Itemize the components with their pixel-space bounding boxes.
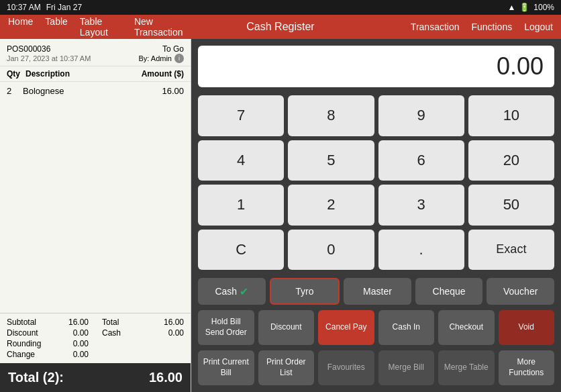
action-row-1: Hold Bill Send Order Discount Cancel Pay… bbox=[198, 310, 554, 345]
col-qty: Qty bbox=[7, 69, 20, 79]
numpad-2[interactable]: 2 bbox=[288, 185, 374, 226]
nav-table[interactable]: Table bbox=[45, 16, 67, 38]
status-bar: 10:37 AM Fri Jan 27 ▲ 🔋 100% bbox=[0, 0, 561, 15]
discount-button[interactable]: Discount bbox=[258, 310, 315, 345]
status-time: 10:37 AM bbox=[7, 3, 41, 12]
numpad-decimal[interactable]: . bbox=[378, 230, 464, 271]
receipt-header: POS000036 To Go Jan 27, 2023 at 10:37 AM… bbox=[0, 39, 191, 66]
col-desc: Description bbox=[26, 69, 142, 79]
item-desc: Bolognese bbox=[23, 86, 64, 96]
receipt-totals: Subtotal 16.00 Total 16.00 Discount 0.00… bbox=[0, 313, 191, 363]
numpad-clear[interactable]: C bbox=[198, 230, 284, 271]
payment-master[interactable]: Master bbox=[344, 278, 411, 305]
amount-display: 0.00 bbox=[198, 46, 554, 87]
main-content: POS000036 To Go Jan 27, 2023 at 10:37 AM… bbox=[0, 39, 561, 392]
nav-left: Home Table Table Layout New Transaction bbox=[8, 16, 190, 38]
numpad-4[interactable]: 4 bbox=[198, 140, 284, 181]
hold-bill-button[interactable]: Hold Bill Send Order bbox=[198, 310, 254, 345]
wifi-icon: ▲ bbox=[507, 3, 515, 12]
action-row-2: Print Current Bill Print Order List Favo… bbox=[198, 350, 554, 385]
receipt-grand-total: Total (2): 16.00 bbox=[0, 363, 191, 392]
payment-methods: Cash ✔ Tyro Master Cheque Voucher bbox=[198, 278, 554, 305]
payment-voucher[interactable]: Voucher bbox=[487, 278, 554, 305]
payment-cash[interactable]: Cash ✔ bbox=[198, 278, 266, 305]
nav-logout[interactable]: Logout bbox=[524, 21, 553, 32]
battery-level: 100% bbox=[533, 3, 554, 12]
merge-table-button[interactable]: Merge Table bbox=[438, 350, 495, 385]
status-day: Fri Jan 27 bbox=[46, 3, 82, 12]
total-label: Total bbox=[102, 317, 119, 327]
rounding-value: 0.00 bbox=[73, 339, 89, 348]
grand-total-label: Total (2): bbox=[8, 370, 64, 385]
more-functions-button[interactable]: More Functions bbox=[499, 350, 555, 385]
nav-functions[interactable]: Functions bbox=[471, 21, 512, 32]
tyro-label: Tyro bbox=[295, 286, 313, 297]
receipt-date: Jan 27, 2023 at 10:37 AM bbox=[7, 54, 91, 62]
total-value: 16.00 bbox=[164, 317, 184, 327]
favourites-button[interactable]: Favourites bbox=[318, 350, 374, 385]
numpad-10[interactable]: 10 bbox=[468, 95, 554, 136]
nav-title: Cash Register bbox=[246, 21, 314, 32]
voucher-label: Voucher bbox=[503, 286, 538, 297]
nav-transaction[interactable]: Transaction bbox=[411, 21, 460, 32]
discount-label: Discount bbox=[7, 328, 38, 338]
receipt-order-num: POS000036 bbox=[7, 44, 50, 54]
numpad-8[interactable]: 8 bbox=[288, 95, 374, 136]
numpad-exact[interactable]: Exact bbox=[468, 230, 554, 271]
nav-new-transaction[interactable]: New Transaction bbox=[134, 16, 190, 38]
item-amount: 16.00 bbox=[162, 86, 184, 96]
item-qty: 2 bbox=[7, 86, 17, 96]
change-label: Change bbox=[7, 350, 35, 359]
col-amount: Amount ($) bbox=[142, 69, 184, 79]
nav-table-layout[interactable]: Table Layout bbox=[80, 16, 122, 38]
table-row: 2 Bolognese 16.00 bbox=[7, 86, 184, 96]
receipt-panel: POS000036 To Go Jan 27, 2023 at 10:37 AM… bbox=[0, 39, 191, 392]
rounding-label: Rounding bbox=[7, 339, 41, 348]
merge-bill-button[interactable]: Merge Bill bbox=[378, 350, 435, 385]
cancel-pay-button[interactable]: Cancel Pay bbox=[318, 310, 374, 345]
battery-icon: 🔋 bbox=[519, 3, 529, 12]
discount-value: 0.00 bbox=[73, 328, 89, 338]
cash-value: 0.00 bbox=[168, 328, 184, 338]
void-button[interactable]: Void bbox=[499, 310, 555, 345]
nav-bar: Home Table Table Layout New Transaction … bbox=[0, 15, 561, 39]
numpad-6[interactable]: 6 bbox=[378, 140, 464, 181]
numpad: 7 8 9 10 4 5 6 20 1 2 3 50 C 0 . Exact bbox=[198, 95, 554, 270]
numpad-5[interactable]: 5 bbox=[288, 140, 374, 181]
nav-home[interactable]: Home bbox=[8, 16, 33, 38]
master-label: Master bbox=[363, 286, 392, 297]
payment-cheque[interactable]: Cheque bbox=[415, 278, 483, 305]
print-current-bill-button[interactable]: Print Current Bill bbox=[198, 350, 254, 385]
numpad-7[interactable]: 7 bbox=[198, 95, 284, 136]
subtotal-value: 16.00 bbox=[68, 317, 89, 327]
subtotal-label: Subtotal bbox=[7, 317, 36, 327]
receipt-status: To Go bbox=[162, 44, 184, 54]
receipt-by: By: Admin i bbox=[138, 54, 184, 63]
cash-label: Cash bbox=[102, 328, 121, 338]
numpad-9[interactable]: 9 bbox=[378, 95, 464, 136]
numpad-0[interactable]: 0 bbox=[288, 230, 374, 271]
payment-tyro[interactable]: Tyro bbox=[270, 278, 340, 305]
numpad-1[interactable]: 1 bbox=[198, 185, 284, 226]
cash-label-btn: Cash bbox=[215, 286, 237, 297]
info-icon[interactable]: i bbox=[174, 54, 184, 63]
numpad-50[interactable]: 50 bbox=[468, 185, 554, 226]
cash-checkmark: ✔ bbox=[240, 285, 248, 298]
receipt-columns: Qty Description Amount ($) bbox=[0, 66, 191, 82]
cheque-label: Cheque bbox=[433, 286, 466, 297]
print-order-list-button[interactable]: Print Order List bbox=[258, 350, 315, 385]
grand-total-value: 16.00 bbox=[149, 370, 183, 385]
numpad-20[interactable]: 20 bbox=[468, 140, 554, 181]
receipt-items: 2 Bolognese 16.00 bbox=[0, 82, 191, 313]
right-panel: 0.00 7 8 9 10 4 5 6 20 1 2 3 50 C 0 . Ex… bbox=[191, 39, 561, 392]
cash-in-button[interactable]: Cash In bbox=[378, 310, 435, 345]
change-value: 0.00 bbox=[73, 350, 89, 359]
nav-right: Transaction Functions Logout bbox=[371, 21, 553, 32]
numpad-3[interactable]: 3 bbox=[378, 185, 464, 226]
checkout-button[interactable]: Checkout bbox=[438, 310, 495, 345]
